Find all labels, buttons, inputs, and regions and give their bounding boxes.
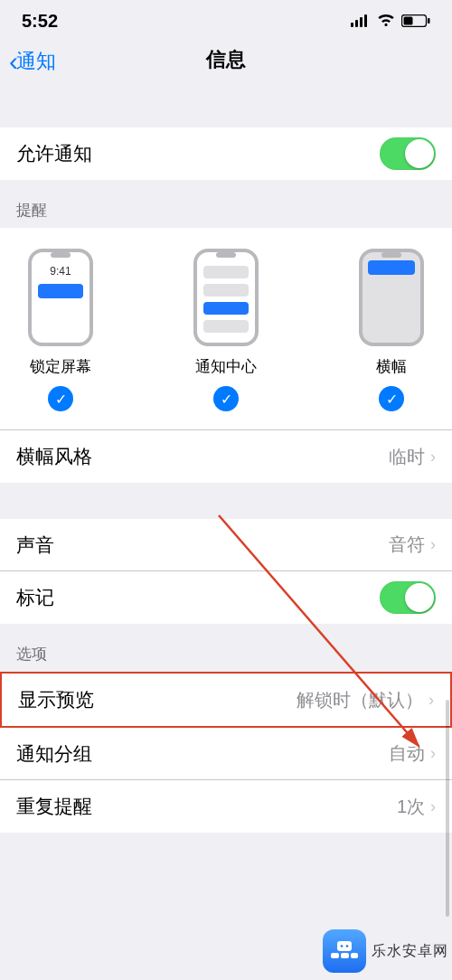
repeat-label: 重复提醒: [16, 794, 92, 819]
status-bar: 5:52: [0, 0, 452, 39]
alert-option-notification-center[interactable]: 通知中心 ✓: [193, 248, 259, 411]
alert-label: 横幅: [376, 356, 407, 377]
grouping-value: 自动 ›: [389, 741, 436, 766]
svg-rect-5: [404, 17, 413, 25]
scrollbar[interactable]: [446, 700, 449, 917]
sounds-value-text: 音符: [389, 532, 425, 557]
badges-toggle[interactable]: [380, 581, 436, 614]
svg-rect-0: [351, 23, 353, 27]
svg-rect-1: [355, 20, 358, 27]
banner-style-value-text: 临时: [389, 445, 425, 469]
watermark: 乐水安卓网: [323, 929, 448, 973]
signal-icon: [351, 11, 371, 32]
alert-label: 通知中心: [195, 356, 257, 377]
show-previews-value: 解锁时（默认） ›: [297, 688, 434, 712]
allow-notifications-section: 允许通知: [0, 127, 452, 180]
spacer: [0, 483, 452, 519]
svg-rect-25: [341, 953, 349, 958]
svg-rect-14: [203, 284, 249, 297]
check-icon: ✓: [48, 386, 73, 411]
watermark-logo: [323, 929, 366, 973]
svg-rect-3: [364, 14, 367, 27]
battery-icon: [401, 11, 430, 32]
alert-label: 锁定屏幕: [30, 356, 91, 377]
back-label: 通知: [16, 48, 56, 75]
check-icon: ✓: [213, 386, 239, 411]
badges-label: 标记: [16, 585, 54, 610]
status-icons: [351, 11, 430, 32]
status-time: 5:52: [22, 11, 58, 32]
banner-style-value: 临时 ›: [389, 445, 436, 469]
sounds-badges-section: 声音 音符 › 标记: [0, 519, 452, 624]
grouping-label: 通知分组: [16, 741, 92, 767]
banner-style-section: 横幅风格 临时 ›: [0, 430, 452, 483]
grouping-row[interactable]: 通知分组 自动 ›: [0, 728, 452, 780]
chevron-right-icon: ›: [430, 448, 436, 466]
svg-rect-18: [381, 252, 401, 258]
banner-style-label: 横幅风格: [16, 444, 92, 469]
show-previews-highlight: 显示预览 解锁时（默认） ›: [0, 672, 452, 728]
svg-rect-8: [51, 252, 71, 258]
allow-notifications-label: 允许通知: [16, 141, 92, 166]
alerts-header: 提醒: [0, 180, 452, 228]
chevron-right-icon: ›: [430, 535, 436, 554]
svg-rect-24: [331, 953, 339, 958]
svg-rect-2: [360, 17, 363, 27]
grouping-repeat-section: 通知分组 自动 › 重复提醒 1次 ›: [0, 728, 452, 833]
show-previews-label: 显示预览: [18, 687, 94, 712]
sounds-label: 声音: [16, 532, 54, 558]
chevron-right-icon: ›: [428, 691, 434, 710]
svg-rect-10: [38, 284, 83, 298]
svg-point-23: [346, 945, 349, 947]
lock-screen-icon: 9:41: [27, 248, 94, 347]
alert-option-banner[interactable]: 横幅 ✓: [358, 248, 425, 411]
banner-style-row[interactable]: 横幅风格 临时 ›: [0, 430, 452, 483]
chevron-right-icon: ›: [430, 744, 436, 763]
notification-center-icon: [193, 248, 259, 347]
nav-bar: ‹ 通知 信息: [0, 39, 452, 88]
check-icon: ✓: [379, 386, 404, 411]
repeat-value-text: 1次: [397, 795, 425, 819]
grouping-value-text: 自动: [389, 741, 425, 766]
options-header: 选项: [0, 624, 452, 672]
spacer: [0, 88, 452, 127]
show-previews-row[interactable]: 显示预览 解锁时（默认） ›: [2, 674, 450, 726]
watermark-text: 乐水安卓网: [372, 942, 448, 961]
svg-rect-15: [203, 302, 249, 315]
svg-rect-26: [351, 953, 358, 958]
svg-rect-19: [368, 260, 415, 275]
svg-rect-12: [216, 252, 236, 258]
alert-option-lock-screen[interactable]: 9:41 锁定屏幕 ✓: [27, 248, 94, 411]
show-previews-section: 显示预览 解锁时（默认） ›: [2, 674, 450, 726]
allow-notifications-row[interactable]: 允许通知: [0, 127, 452, 180]
back-button[interactable]: ‹ 通知: [9, 48, 56, 75]
sounds-value: 音符 ›: [389, 532, 436, 557]
show-previews-value-text: 解锁时（默认）: [297, 688, 423, 712]
svg-text:9:41: 9:41: [50, 265, 71, 278]
chevron-right-icon: ›: [430, 797, 436, 816]
alerts-panel: 9:41 锁定屏幕 ✓ 通知中心 ✓ 横幅 ✓: [0, 228, 452, 430]
sounds-row[interactable]: 声音 音符 ›: [0, 519, 452, 571]
svg-rect-13: [203, 266, 249, 278]
badges-row[interactable]: 标记: [0, 571, 452, 624]
svg-rect-6: [428, 18, 430, 24]
svg-point-22: [341, 945, 344, 947]
svg-rect-16: [203, 320, 249, 333]
repeat-value: 1次 ›: [397, 795, 436, 819]
svg-rect-21: [337, 941, 352, 951]
allow-notifications-toggle[interactable]: [380, 137, 436, 170]
wifi-icon: [376, 11, 396, 32]
banner-icon: [358, 248, 425, 347]
page-title: 信息: [9, 46, 443, 73]
repeat-row[interactable]: 重复提醒 1次 ›: [0, 780, 452, 833]
